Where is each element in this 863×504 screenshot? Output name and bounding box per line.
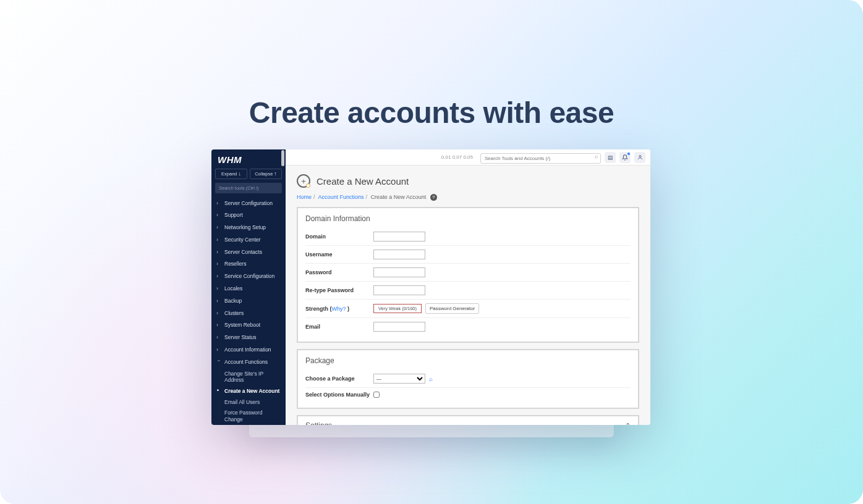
sidebar-item-security-center[interactable]: ›Security Center [211,233,286,246]
page-title: Create a New Account [317,176,409,187]
settings-panel-toggle[interactable]: Settings (optional) ⌃ [297,415,639,425]
scrollbar-thumb[interactable] [281,150,284,166]
content: + Create a New Account Home/ Account Fun… [286,166,650,425]
username-field[interactable] [373,250,425,259]
chevron-right-icon: › [216,249,221,256]
sidebar-item-locales[interactable]: ›Locales [211,283,286,295]
chevron-right-icon: › [216,322,221,329]
chevron-right-icon: › [216,212,221,219]
password-strength-meter: Very Weak (0/100) [373,304,422,313]
sidebar-item-service-configuration[interactable]: ›Service Configuration [211,271,286,283]
sidebar-item-resellers[interactable]: ›Resellers [211,258,286,271]
chevron-right-icon: › [216,298,221,304]
choose-package-label: Choose a Package [305,376,373,382]
sidebar-item-support[interactable]: ›Support [211,209,286,222]
global-search-input[interactable] [480,153,601,164]
package-select[interactable]: --- [373,374,425,384]
chevron-right-icon: › [216,334,221,341]
password-label: Password [305,269,373,275]
topbar: 0.01 0.07 0.05 ⌕ ▤ [286,149,650,166]
whm-window: WHM Expand↓ Collapse↑ ›Server Configurat… [211,149,650,425]
help-icon[interactable]: ? [430,194,437,201]
notifications-button[interactable] [619,152,631,163]
chevron-right-icon: › [216,237,221,243]
user-menu-button[interactable] [634,152,645,163]
sidebar-sub-change-ip[interactable]: Change Site's IP Address [211,368,286,385]
package-panel: Package Choose a Package --- ⌕ Select Op… [297,349,639,409]
strength-label: Strength (Why? ) [305,306,373,312]
retype-password-label: Re-type Password [305,287,373,293]
collapse-button[interactable]: Collapse↑ [250,169,282,179]
sidebar-item-clusters[interactable]: ›Clusters [211,307,286,319]
domain-label: Domain [305,233,373,240]
svg-point-0 [639,156,641,158]
retype-password-field[interactable] [373,285,425,295]
panel-title: Package [298,350,638,370]
chevron-right-icon: › [216,346,221,353]
chevron-right-icon: › [216,285,221,292]
sidebar-sub-force-password[interactable]: Force Password Change [211,408,286,425]
manual-options-label: Select Options Manually [305,392,373,398]
sidebar-item-networking-setup[interactable]: ›Networking Setup [211,222,286,234]
crumb-current: Create a New Account [371,194,427,200]
domain-information-panel: Domain Information Domain Username Passw… [297,207,639,343]
domain-field[interactable] [373,232,425,242]
sidebar-item-backup[interactable]: ›Backup [211,295,286,307]
manual-options-checkbox[interactable] [373,392,380,398]
sidebar-nav: ›Server Configuration ›Support ›Networki… [211,197,286,425]
chevron-right-icon: › [216,310,221,317]
chevron-right-icon: › [216,200,221,207]
logo: WHM [211,149,286,169]
crumb-account-functions[interactable]: Account Functions [318,194,364,200]
hero-heading: Create accounts with ease [0,96,863,130]
sidebar-item-server-configuration[interactable]: ›Server Configuration [211,197,286,209]
chevron-down-icon: › [216,359,223,364]
email-field[interactable] [373,322,425,332]
email-label: Email [305,324,373,330]
arrow-up-icon: ↑ [274,171,277,177]
main-area: 0.01 0.07 0.05 ⌕ ▤ + Create a New Acco [286,149,650,425]
chevron-right-icon: › [216,261,221,267]
news-button[interactable]: ▤ [605,152,616,163]
sidebar-item-server-contacts[interactable]: ›Server Contacts [211,246,286,258]
chevron-right-icon: › [216,273,221,280]
sidebar-item-account-information[interactable]: ›Account Information [211,344,286,356]
arrow-down-icon: ↓ [238,171,241,177]
search-icon: ⌕ [595,153,598,159]
strength-why-link[interactable]: Why? [332,306,346,312]
expand-button[interactable]: Expand↓ [215,169,247,179]
password-field[interactable] [373,267,425,277]
notification-dot-icon [627,153,630,155]
chevron-right-icon: › [216,224,221,231]
add-account-icon: + [297,174,310,188]
sidebar: WHM Expand↓ Collapse↑ ›Server Configurat… [211,149,286,425]
package-search-icon[interactable]: ⌕ [429,375,436,382]
sidebar-sub-create-account[interactable]: Create a New Account [211,385,286,397]
crumb-home[interactable]: Home [297,194,312,200]
chevron-up-icon: ⌃ [625,422,631,425]
username-label: Username [305,251,373,258]
breadcrumb: Home/ Account Functions/ Create a New Ac… [297,194,639,201]
sidebar-item-server-status[interactable]: ›Server Status [211,332,286,344]
sidebar-item-system-reboot[interactable]: ›System Reboot [211,319,286,332]
panel-title: Domain Information [298,208,638,228]
sidebar-item-account-functions[interactable]: ›Account Functions [211,356,286,368]
load-averages: 0.01 0.07 0.05 [441,154,473,160]
sidebar-search-input[interactable] [215,183,282,193]
password-generator-button[interactable]: Password Generator [425,303,479,314]
sidebar-sub-email-all[interactable]: Email All Users [211,397,286,408]
